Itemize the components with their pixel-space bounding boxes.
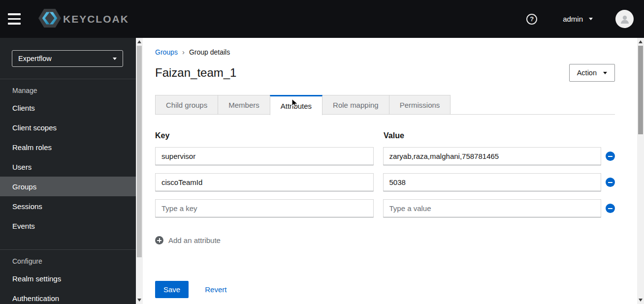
plus-circle-icon (155, 236, 163, 244)
minus-icon (608, 156, 612, 157)
page-scrollbar-thumb[interactable] (638, 46, 643, 134)
add-attribute-button[interactable]: Add an attribute (155, 236, 221, 244)
minus-icon (608, 208, 612, 209)
page-scrollbar[interactable] (637, 38, 644, 304)
sidebar-item-groups[interactable]: Groups (0, 177, 136, 196)
breadcrumb-separator-icon: › (182, 48, 185, 56)
sidebar-scrollbar[interactable] (136, 38, 143, 304)
breadcrumb: Groups › Group details (155, 48, 615, 56)
attribute-row (155, 147, 615, 165)
minus-icon (608, 182, 612, 183)
main-content: Groups › Group details Faizan_team_1 Act… (143, 38, 637, 304)
sidebar-item-client-scopes[interactable]: Client scopes (0, 118, 136, 137)
tab-attributes[interactable]: Attributes (270, 95, 322, 115)
sidebar-section-manage: Manage (0, 79, 136, 98)
help-button[interactable]: ? (526, 14, 537, 25)
sidebar-item-users[interactable]: Users (0, 157, 136, 177)
tab-members[interactable]: Members (218, 95, 270, 114)
attributes-table-header: Key Value (155, 131, 615, 140)
nav-toggle-button[interactable] (8, 8, 30, 30)
user-menu-label: admin (563, 15, 583, 23)
attribute-value-input[interactable] (383, 173, 602, 191)
form-actions: Save Revert (155, 281, 615, 298)
realm-selector[interactable]: Expertflow (12, 50, 123, 67)
remove-attribute-button[interactable] (606, 204, 615, 213)
masthead: KEYCLOAK ? admin (0, 0, 644, 38)
tabs: Child groups Members Attributes Role map… (155, 95, 615, 115)
keycloak-logo: KEYCLOAK (38, 8, 129, 30)
sidebar-section-configure: Configure (0, 250, 136, 269)
user-menu-button[interactable]: admin (563, 15, 593, 23)
chevron-down-icon (589, 18, 593, 20)
attributes-rows (155, 147, 615, 217)
sidebar-item-realm-settings[interactable]: Realm settings (0, 269, 136, 288)
sidebar-item-realm-roles[interactable]: Realm roles (0, 137, 136, 157)
sidebar-item-clients[interactable]: Clients (0, 98, 136, 118)
realm-selector-label: Expertflow (18, 55, 52, 62)
scroll-up-icon[interactable] (639, 40, 643, 43)
attribute-row (155, 173, 615, 191)
sidebar: Expertflow Manage Clients Client scopes … (0, 38, 136, 304)
scroll-up-icon[interactable] (137, 40, 141, 43)
scroll-down-icon[interactable] (137, 299, 141, 302)
action-dropdown-label: Action (577, 69, 597, 77)
question-circle-icon: ? (526, 14, 537, 25)
avatar[interactable] (615, 10, 634, 28)
key-column-header: Key (155, 131, 384, 140)
breadcrumb-groups-link[interactable]: Groups (155, 48, 178, 56)
attribute-key-input[interactable] (155, 199, 374, 217)
sidebar-item-events[interactable]: Events (0, 216, 136, 236)
remove-attribute-button[interactable] (606, 152, 615, 161)
tab-child-groups[interactable]: Child groups (155, 95, 218, 114)
keycloak-logo-icon (38, 8, 61, 30)
user-avatar-icon (619, 13, 631, 25)
attribute-key-input[interactable] (155, 173, 374, 191)
sidebar-item-sessions[interactable]: Sessions (0, 196, 136, 216)
masthead-toolbar: ? admin (526, 10, 634, 28)
hamburger-icon (8, 13, 21, 15)
scroll-down-icon[interactable] (639, 299, 643, 302)
page-title: Faizan_team_1 (155, 66, 236, 80)
tab-role-mapping[interactable]: Role mapping (322, 95, 389, 114)
keycloak-admin-console: KEYCLOAK ? admin Expertflow (0, 0, 644, 304)
add-attribute-label: Add an attribute (168, 236, 221, 244)
save-button[interactable]: Save (155, 281, 189, 298)
attribute-key-input[interactable] (155, 147, 374, 165)
value-column-header: Value (384, 131, 404, 140)
attribute-value-input[interactable] (383, 147, 602, 165)
title-row: Faizan_team_1 Action (155, 64, 615, 82)
action-dropdown-button[interactable]: Action (569, 64, 615, 82)
tab-permissions[interactable]: Permissions (389, 95, 451, 114)
remove-attribute-button[interactable] (606, 178, 615, 187)
keycloak-logo-text: KEYCLOAK (63, 13, 129, 25)
attribute-value-input[interactable] (383, 199, 602, 217)
chevron-down-icon (113, 58, 117, 60)
attribute-row (155, 199, 615, 217)
breadcrumb-current: Group details (189, 48, 230, 56)
revert-button[interactable]: Revert (205, 285, 226, 294)
sidebar-scrollbar-thumb[interactable] (137, 46, 142, 257)
sidebar-item-authentication[interactable]: Authentication (0, 288, 136, 304)
chevron-down-icon (603, 72, 607, 74)
